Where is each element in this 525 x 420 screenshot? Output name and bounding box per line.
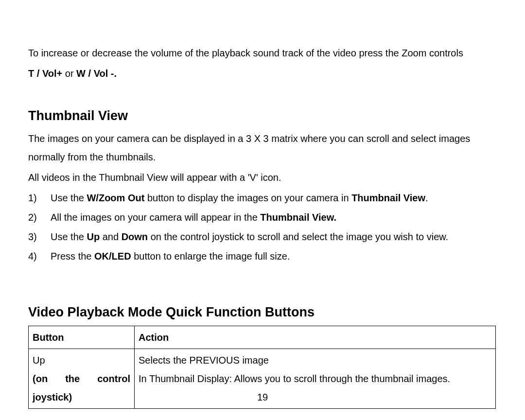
- list-num: 1): [28, 189, 51, 207]
- button-on-control: (on the control: [33, 369, 130, 388]
- action-line2: In Thumbnail Display: Allows you to scro…: [139, 369, 491, 388]
- list-text-b2: Down: [122, 231, 148, 242]
- table-header-row: Button Action: [29, 326, 496, 349]
- header-action: Action: [135, 326, 496, 349]
- action-line1: Selects the PREVIOUS image: [139, 351, 491, 369]
- list-text-pre: Use the: [51, 231, 87, 242]
- thumbnail-heading: Thumbnail View: [28, 107, 496, 125]
- thumbnail-p2: All videos in the Thumbnail View will ap…: [28, 168, 496, 187]
- intro-line: To increase or decrease the volume of th…: [28, 44, 496, 62]
- button-up: Up: [33, 351, 130, 369]
- intro-vol: T / Vol+ or W / Vol -.: [28, 64, 496, 83]
- list-text: All the images on your camera will appea…: [51, 208, 496, 227]
- list-text-pre: Press the: [51, 251, 94, 262]
- list-text-mid: button to display the images on your cam…: [144, 192, 351, 203]
- list-text-post: .: [425, 192, 428, 203]
- list-text-pre: All the images on your camera will appea…: [51, 212, 260, 223]
- list-num: 3): [28, 228, 51, 246]
- list-item: 3) Use the Up and Down on the control jo…: [28, 228, 496, 246]
- playback-heading: Video Playback Mode Quick Function Butto…: [28, 303, 496, 322]
- word-control: control: [97, 369, 130, 388]
- vol-or: or: [65, 68, 76, 79]
- list-text-pre: Use the: [51, 192, 87, 203]
- word-on: (on: [33, 369, 48, 388]
- list-text: Use the W/Zoom Out button to display the…: [51, 189, 496, 207]
- list-item: 2) All the images on your camera will ap…: [28, 208, 496, 227]
- list-num: 4): [28, 247, 51, 265]
- list-text: Press the OK/LED button to enlarge the i…: [51, 247, 496, 265]
- word-the: the: [65, 369, 80, 388]
- list-num: 2): [28, 208, 51, 227]
- vol-plus: T / Vol+: [28, 68, 65, 79]
- list-text-mid: button to enlarge the image full size.: [131, 251, 290, 262]
- list-text-mid: and: [100, 231, 121, 242]
- list-text-b1: Thumbnail View.: [260, 212, 336, 223]
- list-text-post: on the control joystick to scroll and se…: [148, 231, 448, 242]
- list-text: Use the Up and Down on the control joyst…: [51, 228, 496, 246]
- header-button: Button: [29, 326, 135, 349]
- list-text-b1: W/Zoom Out: [87, 192, 144, 203]
- list-item: 1) Use the W/Zoom Out button to display …: [28, 189, 496, 207]
- list-text-b2: Thumbnail View: [351, 192, 425, 203]
- list-item: 4) Press the OK/LED button to enlarge th…: [28, 247, 496, 265]
- page-number: 19: [0, 388, 525, 406]
- vol-minus: W / Vol -.: [76, 68, 117, 79]
- thumbnail-p1: The images on your camera can be display…: [28, 129, 496, 166]
- list-text-b1: OK/LED: [94, 251, 131, 262]
- list-text-b1: Up: [87, 231, 100, 242]
